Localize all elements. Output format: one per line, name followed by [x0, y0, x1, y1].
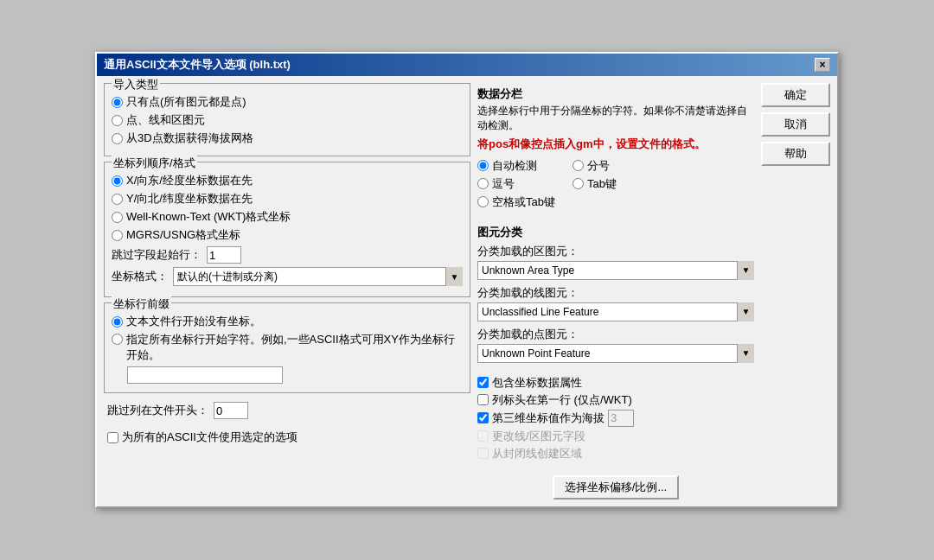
coord-format-select[interactable]: 默认的(十进制或分离)	[173, 267, 463, 286]
coord-option-3[interactable]: Well-Known-Text (WKT)格式坐标	[112, 209, 463, 225]
skip-field-input[interactable]: 1	[207, 246, 241, 264]
area-dropdown-container: Unknown Area Type ▼	[477, 261, 754, 280]
delim-radio-5[interactable]	[573, 178, 584, 189]
include-attr-checkbox[interactable]	[477, 377, 489, 388]
help-button[interactable]: 帮助	[761, 142, 830, 166]
delim-option-1[interactable]: 自动检测	[477, 158, 555, 174]
create-region-checkbox	[477, 448, 489, 459]
delim-radio-2[interactable]	[477, 178, 489, 189]
delim-label-1: 自动检测	[492, 158, 537, 174]
main-dialog: 通用ASCII文本文件导入选项 (blh.txt) × 导入类型 只有点(所有图…	[95, 52, 839, 508]
change-field-checkbox	[477, 430, 489, 442]
prefix-option-2[interactable]: 指定所有坐标行开始字符。例如,一些ASCII格式可用XY作为坐标行开始。	[112, 332, 463, 363]
skip-columns-label: 跳过列在文件开头：	[107, 403, 208, 418]
close-button[interactable]: ×	[815, 58, 830, 72]
delim-option-3[interactable]: 空格或Tab键	[477, 194, 555, 210]
coord-option-4[interactable]: MGRS/USNG格式坐标	[112, 227, 463, 243]
prefix-radio-1[interactable]	[112, 316, 123, 328]
prefix-label-2: 指定所有坐标行开始字符。例如,一些ASCII格式可用XY作为坐标行开始。	[126, 332, 463, 363]
skip-columns-row: 跳过列在文件开头： 0	[104, 402, 470, 419]
dialog-title: 通用ASCII文本文件导入选项 (blh.txt)	[104, 57, 291, 73]
create-region-label: 从封闭线创建区域	[492, 446, 582, 461]
delim-label-3: 空格或Tab键	[492, 194, 555, 210]
feature-class-title: 图元分类	[477, 225, 754, 240]
prefix-text-input[interactable]	[127, 366, 283, 384]
coord-prefix-group: 坐标行前缀 文本文件行开始没有坐标。 指定所有坐标行开始字符。例如,一些ASCI…	[104, 302, 470, 393]
import-type-option-2[interactable]: 点、线和区图元	[112, 112, 463, 128]
area-label: 分类加载的区图元：	[477, 244, 754, 259]
third-dim-checkbox[interactable]	[477, 412, 489, 423]
delim-radio-4[interactable]	[573, 160, 584, 171]
prefix-label-1: 文本文件行开始没有坐标。	[126, 314, 261, 329]
col-headers-label: 列标头在第一行 (仅点/WKT)	[492, 392, 632, 408]
coord-label-1: X/向东/经度坐标数据在先	[126, 173, 253, 188]
all-ascii-checkbox[interactable]	[107, 432, 118, 443]
delim-label-2: 逗号	[492, 176, 515, 192]
cancel-button[interactable]: 取消	[761, 112, 830, 137]
delim-option-5[interactable]: Tab键	[573, 176, 617, 192]
feature-classification-section: 图元分类 分类加载的区图元： Unknown Area Type ▼ 分类加载的…	[477, 225, 754, 368]
line-dropdown-container: Unclassified Line Feature ▼	[477, 302, 754, 321]
coord-prefix-title: 坐标行前缀	[112, 296, 171, 312]
delim-option-4[interactable]: 分号	[573, 158, 617, 174]
import-type-radio-2[interactable]	[112, 115, 123, 126]
annotation-text: 将pos和像控点插入gm中，设置文件的格式。	[477, 137, 754, 152]
action-buttons: 确定 取消 帮助	[761, 83, 830, 500]
point-select[interactable]: Unknown Point Feature	[477, 344, 754, 363]
prefix-option-1[interactable]: 文本文件行开始没有坐标。	[112, 314, 463, 329]
third-dim-label: 第三维坐标值作为海拔	[492, 410, 605, 426]
third-dim-row[interactable]: 第三维坐标值作为海拔 3	[477, 410, 754, 427]
delim-radio-1[interactable]	[477, 160, 489, 171]
select-offset-button[interactable]: 选择坐标偏移/比例...	[553, 475, 679, 500]
left-panel: 导入类型 只有点(所有图元都是点) 点、线和区图元 从3D点数据获得海拔网格	[104, 83, 470, 500]
include-attr-row[interactable]: 包含坐标数据属性	[477, 375, 754, 391]
prefix-radio-2[interactable]	[112, 334, 123, 345]
import-type-title: 导入类型	[112, 77, 160, 92]
create-region-row: 从封闭线创建区域	[477, 446, 754, 461]
change-field-row: 更改线/区图元字段	[477, 429, 754, 444]
import-type-label-3: 从3D点数据获得海拔网格	[126, 130, 253, 146]
select-offset-container: 选择坐标偏移/比例...	[477, 475, 754, 500]
coord-radio-2[interactable]	[112, 194, 123, 205]
coord-radio-1[interactable]	[112, 175, 123, 187]
import-type-radio-3[interactable]	[112, 133, 123, 144]
ok-button[interactable]: 确定	[761, 83, 830, 107]
area-select[interactable]: Unknown Area Type	[477, 261, 754, 280]
skip-field-label: 跳过字段起始行：	[112, 247, 202, 263]
import-type-option-3[interactable]: 从3D点数据获得海拔网格	[112, 130, 463, 146]
col-headers-checkbox[interactable]	[477, 394, 489, 405]
coord-label-2: Y/向北/纬度坐标数据在先	[126, 191, 253, 207]
skip-columns-input[interactable]: 0	[214, 402, 248, 419]
import-type-option-1[interactable]: 只有点(所有图元都是点)	[112, 94, 463, 110]
coord-format-row: 坐标格式： 默认的(十进制或分离) ▼	[112, 267, 463, 286]
point-label: 分类加载的点图元：	[477, 327, 754, 342]
coord-radio-4[interactable]	[112, 230, 123, 241]
coord-label-3: Well-Known-Text (WKT)格式坐标	[126, 209, 291, 225]
line-label: 分类加载的线图元：	[477, 285, 754, 301]
all-ascii-row[interactable]: 为所有的ASCII文件使用选定的选项	[104, 430, 470, 445]
data-delimiter-section: 数据分栏 选择坐标行中用于分隔坐标的字符。如果你不清楚请选择自动检测。 将pos…	[477, 83, 754, 216]
delimiter-title: 数据分栏	[477, 86, 754, 102]
include-attr-label: 包含坐标数据属性	[492, 375, 582, 391]
coord-label-4: MGRS/USNG格式坐标	[126, 227, 240, 243]
delim-label-4: 分号	[587, 158, 610, 174]
all-ascii-label: 为所有的ASCII文件使用选定的选项	[122, 430, 297, 445]
coord-format-label: 坐标格式：	[112, 269, 168, 284]
coord-option-1[interactable]: X/向东/经度坐标数据在先	[112, 173, 463, 188]
import-type-group: 导入类型 只有点(所有图元都是点) 点、线和区图元 从3D点数据获得海拔网格	[104, 83, 470, 156]
options-checkboxes: 包含坐标数据属性 列标头在第一行 (仅点/WKT) 第三维坐标值作为海拔 3 更…	[477, 373, 754, 463]
third-dim-value-input: 3	[608, 410, 634, 427]
col-headers-row[interactable]: 列标头在第一行 (仅点/WKT)	[477, 392, 754, 408]
import-type-label-1: 只有点(所有图元都是点)	[126, 94, 246, 110]
import-type-label-2: 点、线和区图元	[126, 112, 205, 128]
point-dropdown-container: Unknown Point Feature ▼	[477, 344, 754, 363]
line-select[interactable]: Unclassified Line Feature	[477, 302, 754, 321]
delim-option-2[interactable]: 逗号	[477, 176, 555, 192]
delim-label-5: Tab键	[587, 176, 617, 192]
coord-radio-3[interactable]	[112, 212, 123, 223]
delim-radio-3[interactable]	[477, 196, 489, 207]
import-type-radio-1[interactable]	[112, 97, 123, 108]
coordinate-order-group: 坐标列顺序/格式 X/向东/经度坐标数据在先 Y/向北/纬度坐标数据在先 Wel…	[104, 162, 470, 297]
coord-option-2[interactable]: Y/向北/纬度坐标数据在先	[112, 191, 463, 207]
skip-field-row: 跳过字段起始行： 1	[112, 246, 463, 264]
